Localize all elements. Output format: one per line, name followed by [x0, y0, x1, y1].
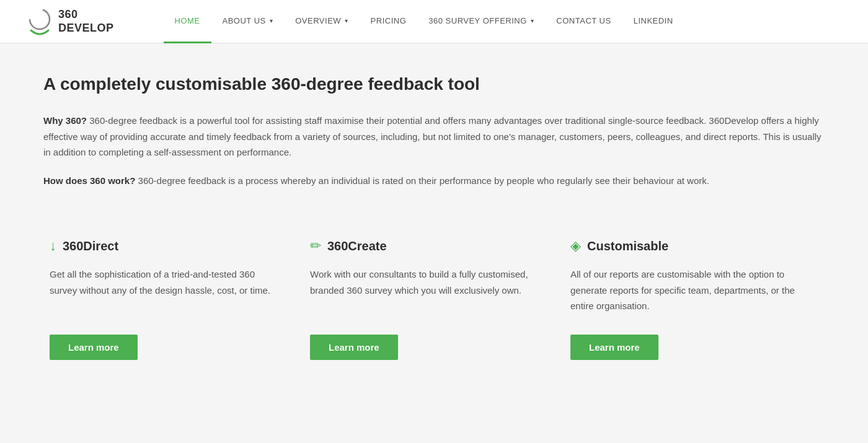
learn-more-360direct-button[interactable]: Learn more	[50, 335, 138, 360]
card-360direct: ↓ 360Direct Get all the sophistication o…	[43, 219, 304, 379]
logo[interactable]: 360 DEVELOP	[25, 7, 114, 37]
card-customisable: ◈ Customisable All of our reports are cu…	[564, 219, 825, 379]
arrow-down-icon: ↓	[50, 238, 56, 254]
card-customisable-header: ◈ Customisable	[570, 238, 800, 254]
para2-bold: How does 360 work?	[43, 175, 135, 186]
main-nav: HOME ABOUT US ▾ OVERVIEW ▾ PRICING 360 S…	[164, 0, 684, 43]
pencil-icon: ✏	[310, 238, 321, 254]
card-360create-description: Work with our consultants to build a ful…	[310, 266, 539, 316]
para1-bold: Why 360?	[43, 115, 87, 126]
diamond-icon: ◈	[570, 238, 581, 254]
learn-more-customisable-button[interactable]: Learn more	[570, 335, 658, 360]
nav-pricing[interactable]: PRICING	[360, 0, 418, 43]
survey-chevron: ▾	[531, 17, 534, 24]
nav-linkedin[interactable]: LINKEDIN	[622, 0, 684, 43]
card-360create: ✏ 360Create Work with our consultants to…	[304, 219, 564, 379]
learn-more-360create-button[interactable]: Learn more	[310, 335, 398, 360]
para2-text: 360-degree feedback is a process whereby…	[138, 175, 709, 186]
nav-survey-offering[interactable]: 360 SURVEY OFFERING ▾	[417, 0, 545, 43]
nav-home[interactable]: HOME	[164, 0, 211, 43]
para1-text: 360-degree feedback is a powerful tool f…	[43, 115, 822, 157]
main-content: A completely customisable 360-degree fee…	[0, 43, 868, 416]
para2: How does 360 work? 360-degree feedback i…	[43, 173, 825, 189]
card-360direct-header: ↓ 360Direct	[50, 238, 279, 254]
page-title: A completely customisable 360-degree fee…	[43, 74, 825, 94]
card-customisable-description: All of our reports are customisable with…	[570, 266, 800, 316]
card-360direct-title: 360Direct	[63, 239, 118, 253]
card-360direct-description: Get all the sophistication of a tried-an…	[50, 266, 279, 316]
logo-text: 360 DEVELOP	[58, 8, 114, 35]
cards-row: ↓ 360Direct Get all the sophistication o…	[43, 219, 825, 379]
site-header: 360 DEVELOP HOME ABOUT US ▾ OVERVIEW ▾ P…	[0, 0, 868, 43]
card-360create-header: ✏ 360Create	[310, 238, 539, 254]
nav-about-us[interactable]: ABOUT US ▾	[211, 0, 285, 43]
about-us-chevron: ▾	[270, 17, 273, 24]
svg-point-0	[30, 9, 50, 29]
overview-chevron: ▾	[345, 17, 348, 24]
intro-section: Why 360? 360-degree feedback is a powerf…	[43, 113, 825, 188]
nav-overview[interactable]: OVERVIEW ▾	[284, 0, 359, 43]
para1: Why 360? 360-degree feedback is a powerf…	[43, 113, 825, 160]
nav-contact-us[interactable]: CONTACT US	[545, 0, 622, 43]
card-360create-title: 360Create	[327, 239, 387, 253]
card-customisable-title: Customisable	[587, 239, 668, 253]
